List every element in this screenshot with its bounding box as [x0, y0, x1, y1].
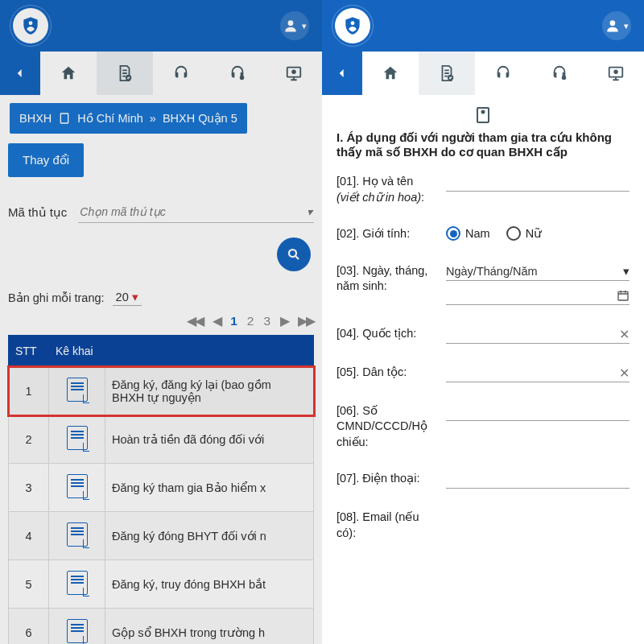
- form-doc-icon: [67, 522, 88, 547]
- svg-point-15: [482, 111, 485, 114]
- headset-alt-icon: [551, 64, 568, 82]
- pager-prev[interactable]: ◀: [213, 314, 221, 328]
- form-doc-icon: [67, 474, 88, 498]
- th-kekhai: Kê khai: [49, 336, 105, 367]
- field-06-input[interactable]: [446, 403, 630, 421]
- table-row[interactable]: 3 Đăng ký tham gia Bảo hiểm x: [9, 464, 314, 512]
- form-doc-icon: [67, 426, 88, 450]
- field-04-label: [04]. Quốc tịch:: [336, 326, 435, 342]
- cell-stt: 4: [9, 512, 49, 560]
- chevron-down-icon: ▾: [624, 21, 629, 31]
- field-05-input[interactable]: ✕: [446, 365, 630, 382]
- pager: ◀◀ ◀ 1 2 3 ▶ ▶▶: [8, 314, 314, 328]
- account-menu-button[interactable]: ▾: [602, 11, 631, 40]
- back-button[interactable]: [0, 52, 40, 95]
- table-row[interactable]: 1 Đăng ký, đăng ký lại (bao gồm BHXH tự …: [9, 367, 314, 415]
- field-01-input[interactable]: [446, 174, 630, 192]
- clear-icon[interactable]: ✕: [619, 365, 630, 381]
- cell-name: Đăng ký, đăng ký lại (bao gồm BHXH tự ng…: [105, 367, 314, 415]
- account-menu-button[interactable]: ▾: [280, 11, 309, 40]
- nav-home[interactable]: [362, 52, 419, 95]
- pager-page-2[interactable]: 2: [247, 314, 254, 328]
- cell-name: Đăng ký, truy đóng BHXH bắt: [105, 560, 314, 609]
- nav-home[interactable]: [40, 52, 97, 95]
- change-button[interactable]: Thay đổi: [8, 143, 84, 177]
- breadcrumb-badge[interactable]: BHXH Hồ Chí Minh » BHXH Quận 5: [10, 103, 247, 134]
- right-panel: ▾ I. Áp dụng đối với người tham gia tra …: [322, 0, 644, 644]
- radio-male[interactable]: Nam: [446, 226, 490, 241]
- cell-kekhai[interactable]: [49, 560, 105, 609]
- procedure-code-dropdown[interactable]: Chọn mã thủ tục ▾: [78, 201, 314, 223]
- nav-support-1[interactable]: [475, 52, 531, 95]
- form-doc-icon: [67, 619, 88, 643]
- procedure-code-label: Mã thủ tục: [8, 205, 67, 220]
- field-07-label: [07]. Điện thoại:: [336, 471, 435, 487]
- cell-kekhai[interactable]: [49, 367, 105, 415]
- procedure-dropdown-placeholder: Chọn mã thủ tục: [80, 205, 165, 218]
- pager-page-3[interactable]: 3: [263, 314, 270, 328]
- nav-monitor[interactable]: [266, 52, 322, 95]
- th-stt: STT: [9, 336, 49, 367]
- user-icon: [605, 18, 621, 34]
- svg-rect-6: [61, 114, 68, 123]
- svg-rect-16: [618, 291, 628, 300]
- clear-icon[interactable]: ✕: [619, 327, 630, 342]
- monitor-icon: [285, 64, 303, 82]
- breadcrumb-sep: »: [150, 112, 156, 125]
- headset-alt-icon: [229, 64, 246, 82]
- nav-monitor[interactable]: [588, 52, 644, 95]
- field-04-input[interactable]: ✕: [446, 326, 630, 344]
- cell-kekhai[interactable]: [49, 464, 105, 512]
- cell-kekhai[interactable]: [49, 609, 105, 645]
- pager-last[interactable]: ▶▶: [298, 314, 314, 328]
- field-07-input[interactable]: [446, 471, 630, 489]
- nav-docs[interactable]: [419, 52, 475, 95]
- records-per-page-label: Bản ghi mỗi trang:: [8, 291, 105, 304]
- field-08-input[interactable]: [446, 510, 630, 527]
- svg-point-13: [614, 70, 617, 73]
- chevron-down-icon: ▾: [623, 265, 630, 278]
- pager-first[interactable]: ◀◀: [187, 314, 203, 328]
- table-row[interactable]: 6 Gộp sổ BHXH trong trường h: [9, 609, 314, 645]
- chevron-down-icon: ▾: [132, 291, 138, 303]
- breadcrumb: BHXH Hồ Chí Minh » BHXH Quận 5: [8, 95, 314, 138]
- headset-icon: [494, 64, 512, 82]
- table-row[interactable]: 4 Đăng ký đóng BHYT đối với n: [9, 512, 314, 560]
- nav-support-2[interactable]: [209, 52, 266, 95]
- table-row[interactable]: 5 Đăng ký, truy đóng BHXH bắt: [9, 560, 314, 609]
- book-icon: [473, 105, 493, 126]
- field-03-label: [03]. Ngày, tháng, năm sinh:: [336, 263, 435, 295]
- home-icon: [382, 64, 399, 82]
- table-row[interactable]: 2 Hoàn trả tiền đã đóng đối với: [9, 415, 314, 464]
- nav-support-2[interactable]: [531, 52, 588, 95]
- cell-kekhai[interactable]: [49, 415, 105, 464]
- cell-name: Gộp sổ BHXH trong trường h: [105, 609, 314, 645]
- nav-toolbar: [0, 52, 322, 95]
- form-header-icon: [336, 105, 630, 126]
- pager-next[interactable]: ▶: [280, 314, 288, 328]
- monitor-icon: [607, 64, 625, 82]
- nav-support-1[interactable]: [153, 52, 209, 95]
- cell-stt: 1: [9, 367, 49, 415]
- page-size-select[interactable]: 20 ▾: [113, 289, 142, 306]
- page-size-value: 20: [116, 291, 129, 303]
- nav-toolbar: [322, 52, 644, 95]
- pager-page-1[interactable]: 1: [230, 314, 237, 328]
- back-arrow-icon: [12, 65, 28, 81]
- chevron-down-icon: ▾: [302, 21, 307, 31]
- user-icon: [283, 18, 299, 34]
- back-button[interactable]: [322, 52, 362, 95]
- cell-stt: 6: [9, 609, 49, 645]
- search-button[interactable]: [277, 237, 311, 271]
- cell-kekhai[interactable]: [49, 512, 105, 560]
- dob-placeholder: Ngày/Tháng/Năm: [446, 265, 538, 278]
- field-06-label: [06]. Số CMND/CCCD/Hộ chiếu:: [336, 403, 435, 451]
- dob-datepicker[interactable]: [446, 289, 630, 305]
- radio-female[interactable]: Nữ: [506, 226, 542, 241]
- dob-format-select[interactable]: Ngày/Tháng/Năm ▾: [446, 263, 630, 281]
- app-header: ▾: [322, 0, 644, 52]
- left-panel: ▾ BHXH Hồ Chí Minh » BHXH Quận 5 Thay đổ…: [0, 0, 322, 644]
- document-small-icon: [58, 111, 71, 126]
- app-logo: [335, 8, 370, 43]
- nav-docs[interactable]: [97, 52, 153, 95]
